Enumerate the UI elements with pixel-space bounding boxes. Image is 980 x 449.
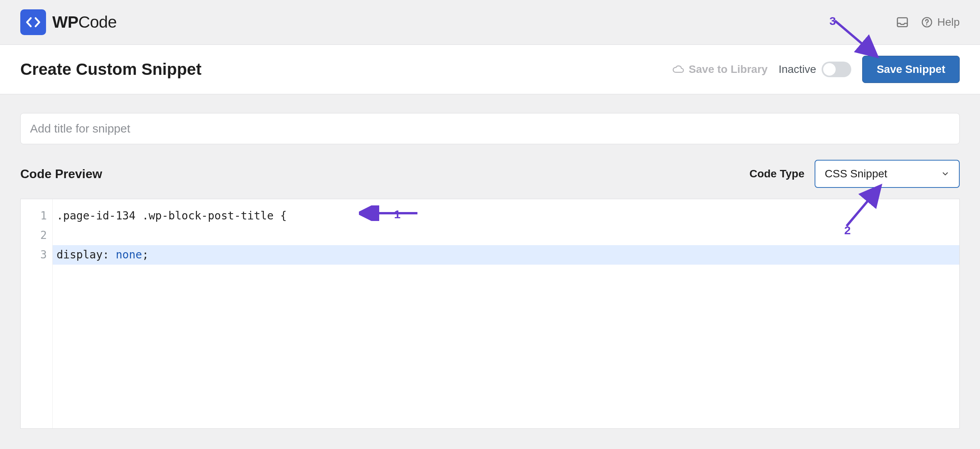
code-line[interactable]: .page-id-134 .wp-block-post-title { (53, 206, 959, 226)
line-number: 1 (21, 206, 47, 226)
svg-point-2 (926, 24, 927, 25)
code-type-label: Code Type (749, 168, 804, 180)
save-to-library-label: Save to Library (689, 63, 767, 76)
line-number: 3 (21, 245, 47, 265)
code-preview-heading: Code Preview (20, 167, 102, 181)
code-area[interactable]: 1 .page-id-134 .wp-block-post-title {dis… (53, 199, 959, 428)
code-preview-header: Code Preview Code Type CSS Snippet 2 (20, 160, 960, 188)
help-label: Help (937, 16, 960, 28)
code-slash-icon (25, 14, 41, 30)
annotation-3: 3 (831, 17, 882, 60)
status-label: Inactive (779, 63, 817, 76)
svg-line-3 (835, 21, 874, 54)
code-type-selected: CSS Snippet (825, 168, 887, 180)
line-number: 2 (21, 226, 47, 245)
active-toggle[interactable] (822, 62, 851, 77)
cloud-icon (672, 64, 684, 75)
save-snippet-button[interactable]: Save Snippet (862, 56, 960, 83)
code-type-select[interactable]: CSS Snippet (815, 160, 960, 188)
code-line[interactable]: display: none; (53, 245, 959, 265)
page-title: Create Custom Snippet (20, 60, 201, 79)
actions: Save to Library Inactive Save Snippet (672, 56, 960, 83)
brand-name: WPCode (52, 13, 117, 32)
action-bar: Create Custom Snippet Save to Library In… (0, 45, 980, 94)
snippet-title-input[interactable] (20, 113, 960, 144)
status-toggle-group: Inactive (779, 62, 852, 77)
inbox-icon[interactable] (896, 16, 909, 29)
brand: WPCode (20, 9, 117, 35)
save-to-library-button[interactable]: Save to Library (672, 63, 767, 76)
code-editor[interactable]: 123 1 .page-id-134 .wp-block-post-title … (20, 199, 960, 429)
brand-logo (20, 9, 46, 35)
annotation-3-number: 3 (829, 14, 836, 28)
help-circle-icon (921, 16, 933, 28)
chevron-down-icon (941, 170, 950, 178)
help-link[interactable]: Help (921, 16, 960, 28)
svg-rect-0 (898, 18, 908, 27)
content: Code Preview Code Type CSS Snippet 2 123… (0, 94, 980, 449)
topbar-right: Help (896, 16, 960, 29)
code-gutter: 123 (21, 199, 53, 428)
code-line[interactable] (53, 226, 959, 245)
